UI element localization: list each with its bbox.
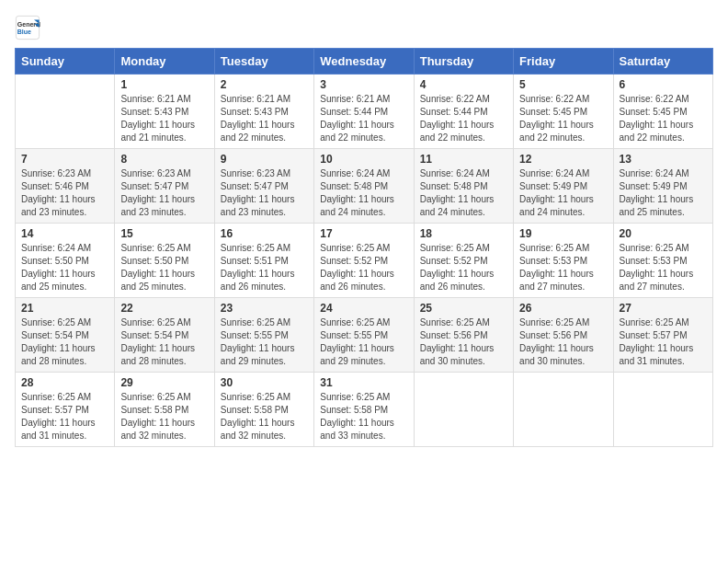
svg-rect-0 <box>16 16 39 39</box>
calendar-cell: 6Sunrise: 6:22 AM Sunset: 5:45 PM Daylig… <box>613 75 712 149</box>
day-info: Sunrise: 6:25 AM Sunset: 5:50 PM Dayligh… <box>120 242 208 293</box>
day-info: Sunrise: 6:23 AM Sunset: 5:46 PM Dayligh… <box>21 167 108 219</box>
day-info: Sunrise: 6:22 AM Sunset: 5:45 PM Dayligh… <box>519 93 607 144</box>
day-number: 31 <box>320 376 407 389</box>
calendar-cell: 5Sunrise: 6:22 AM Sunset: 5:45 PM Daylig… <box>514 75 613 149</box>
day-info: Sunrise: 6:22 AM Sunset: 5:44 PM Dayligh… <box>420 93 507 144</box>
day-number: 5 <box>519 78 607 91</box>
calendar-cell: 26Sunrise: 6:25 AM Sunset: 5:56 PM Dayli… <box>514 298 613 373</box>
day-number: 8 <box>120 153 208 166</box>
day-info: Sunrise: 6:25 AM Sunset: 5:53 PM Dayligh… <box>620 242 707 293</box>
day-number: 25 <box>420 302 507 315</box>
day-info: Sunrise: 6:25 AM Sunset: 5:54 PM Dayligh… <box>21 316 108 368</box>
calendar-cell: 9Sunrise: 6:23 AM Sunset: 5:47 PM Daylig… <box>214 149 313 224</box>
day-number: 1 <box>120 78 208 91</box>
week-row-4: 21Sunrise: 6:25 AM Sunset: 5:54 PM Dayli… <box>16 298 713 373</box>
day-number: 19 <box>519 227 607 240</box>
week-row-3: 14Sunrise: 6:24 AM Sunset: 5:50 PM Dayli… <box>16 224 713 298</box>
calendar-cell: 21Sunrise: 6:25 AM Sunset: 5:54 PM Dayli… <box>16 298 115 373</box>
day-info: Sunrise: 6:23 AM Sunset: 5:47 PM Dayligh… <box>120 167 208 219</box>
day-number: 27 <box>620 302 707 315</box>
calendar-cell: 14Sunrise: 6:24 AM Sunset: 5:50 PM Dayli… <box>16 224 115 298</box>
calendar-cell: 12Sunrise: 6:24 AM Sunset: 5:49 PM Dayli… <box>514 149 613 224</box>
day-number: 4 <box>420 78 507 91</box>
calendar-cell: 31Sunrise: 6:25 AM Sunset: 5:58 PM Dayli… <box>314 373 414 447</box>
calendar-cell: 28Sunrise: 6:25 AM Sunset: 5:57 PM Dayli… <box>16 373 115 447</box>
day-info: Sunrise: 6:24 AM Sunset: 5:48 PM Dayligh… <box>320 167 407 219</box>
calendar-cell: 30Sunrise: 6:25 AM Sunset: 5:58 PM Dayli… <box>214 373 313 447</box>
calendar-cell: 17Sunrise: 6:25 AM Sunset: 5:52 PM Dayli… <box>314 224 414 298</box>
day-info: Sunrise: 6:24 AM Sunset: 5:50 PM Dayligh… <box>21 242 108 293</box>
calendar-cell: 25Sunrise: 6:25 AM Sunset: 5:56 PM Dayli… <box>414 298 513 373</box>
calendar-cell: 18Sunrise: 6:25 AM Sunset: 5:52 PM Dayli… <box>414 224 513 298</box>
calendar-cell: 15Sunrise: 6:25 AM Sunset: 5:50 PM Dayli… <box>115 224 214 298</box>
day-number: 11 <box>420 153 507 166</box>
day-number: 28 <box>21 376 108 389</box>
day-number: 24 <box>320 302 407 315</box>
day-number: 26 <box>519 302 607 315</box>
calendar-cell: 4Sunrise: 6:22 AM Sunset: 5:44 PM Daylig… <box>414 75 513 149</box>
day-number: 10 <box>320 153 407 166</box>
logo: General Blue <box>15 15 44 40</box>
header-day-monday: Monday <box>115 49 214 75</box>
day-info: Sunrise: 6:25 AM Sunset: 5:55 PM Dayligh… <box>320 316 407 368</box>
day-number: 20 <box>620 227 707 240</box>
day-info: Sunrise: 6:24 AM Sunset: 5:49 PM Dayligh… <box>519 167 607 219</box>
day-info: Sunrise: 6:22 AM Sunset: 5:45 PM Dayligh… <box>620 93 707 144</box>
week-row-5: 28Sunrise: 6:25 AM Sunset: 5:57 PM Dayli… <box>16 373 713 447</box>
day-info: Sunrise: 6:21 AM Sunset: 5:44 PM Dayligh… <box>320 93 407 144</box>
day-number: 23 <box>221 302 308 315</box>
day-number: 2 <box>221 78 308 91</box>
calendar-cell: 11Sunrise: 6:24 AM Sunset: 5:48 PM Dayli… <box>414 149 513 224</box>
day-info: Sunrise: 6:25 AM Sunset: 5:57 PM Dayligh… <box>21 391 108 442</box>
header-day-tuesday: Tuesday <box>214 49 313 75</box>
day-number: 15 <box>120 227 208 240</box>
day-number: 18 <box>420 227 507 240</box>
calendar-cell: 23Sunrise: 6:25 AM Sunset: 5:55 PM Dayli… <box>214 298 313 373</box>
logo-icon: General Blue <box>15 15 40 40</box>
day-number: 14 <box>21 227 108 240</box>
day-info: Sunrise: 6:25 AM Sunset: 5:53 PM Dayligh… <box>519 242 607 293</box>
day-info: Sunrise: 6:25 AM Sunset: 5:57 PM Dayligh… <box>620 316 707 368</box>
day-number: 29 <box>120 376 208 389</box>
calendar-cell: 20Sunrise: 6:25 AM Sunset: 5:53 PM Dayli… <box>613 224 712 298</box>
day-number: 21 <box>21 302 108 315</box>
header-day-thursday: Thursday <box>414 49 513 75</box>
day-info: Sunrise: 6:24 AM Sunset: 5:49 PM Dayligh… <box>620 167 707 219</box>
day-info: Sunrise: 6:24 AM Sunset: 5:48 PM Dayligh… <box>420 167 507 219</box>
day-info: Sunrise: 6:25 AM Sunset: 5:54 PM Dayligh… <box>120 316 208 368</box>
day-info: Sunrise: 6:25 AM Sunset: 5:52 PM Dayligh… <box>320 242 407 293</box>
calendar-cell: 13Sunrise: 6:24 AM Sunset: 5:49 PM Dayli… <box>613 149 712 224</box>
svg-text:Blue: Blue <box>17 29 31 35</box>
header-day-wednesday: Wednesday <box>314 49 414 75</box>
week-row-2: 7Sunrise: 6:23 AM Sunset: 5:46 PM Daylig… <box>16 149 713 224</box>
calendar-cell: 27Sunrise: 6:25 AM Sunset: 5:57 PM Dayli… <box>613 298 712 373</box>
day-number: 13 <box>620 153 707 166</box>
header-row: SundayMondayTuesdayWednesdayThursdayFrid… <box>16 49 713 75</box>
calendar-cell: 2Sunrise: 6:21 AM Sunset: 5:43 PM Daylig… <box>214 75 313 149</box>
day-number: 12 <box>519 153 607 166</box>
calendar-cell <box>514 373 613 447</box>
day-info: Sunrise: 6:21 AM Sunset: 5:43 PM Dayligh… <box>120 93 208 144</box>
day-info: Sunrise: 6:21 AM Sunset: 5:43 PM Dayligh… <box>221 93 308 144</box>
calendar-table: SundayMondayTuesdayWednesdayThursdayFrid… <box>15 48 713 447</box>
calendar-cell: 10Sunrise: 6:24 AM Sunset: 5:48 PM Dayli… <box>314 149 414 224</box>
day-info: Sunrise: 6:25 AM Sunset: 5:55 PM Dayligh… <box>221 316 308 368</box>
day-number: 22 <box>120 302 208 315</box>
header-day-saturday: Saturday <box>613 49 712 75</box>
day-info: Sunrise: 6:25 AM Sunset: 5:58 PM Dayligh… <box>120 391 208 442</box>
day-info: Sunrise: 6:25 AM Sunset: 5:56 PM Dayligh… <box>420 316 507 368</box>
day-number: 3 <box>320 78 407 91</box>
calendar-cell: 1Sunrise: 6:21 AM Sunset: 5:43 PM Daylig… <box>115 75 214 149</box>
calendar-cell: 24Sunrise: 6:25 AM Sunset: 5:55 PM Dayli… <box>314 298 414 373</box>
calendar-cell: 3Sunrise: 6:21 AM Sunset: 5:44 PM Daylig… <box>314 75 414 149</box>
header-day-sunday: Sunday <box>16 49 115 75</box>
day-info: Sunrise: 6:25 AM Sunset: 5:52 PM Dayligh… <box>420 242 507 293</box>
day-number: 30 <box>221 376 308 389</box>
day-info: Sunrise: 6:25 AM Sunset: 5:56 PM Dayligh… <box>519 316 607 368</box>
calendar-cell: 22Sunrise: 6:25 AM Sunset: 5:54 PM Dayli… <box>115 298 214 373</box>
day-info: Sunrise: 6:25 AM Sunset: 5:58 PM Dayligh… <box>320 391 407 442</box>
page-header: General Blue <box>15 15 713 40</box>
calendar-cell <box>16 75 115 149</box>
day-info: Sunrise: 6:25 AM Sunset: 5:51 PM Dayligh… <box>221 242 308 293</box>
